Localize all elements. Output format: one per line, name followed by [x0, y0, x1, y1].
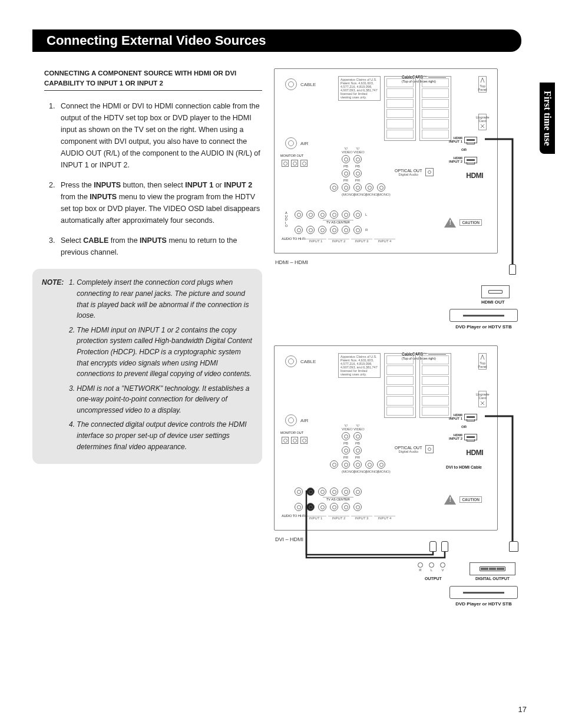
rca-v-icon [440, 562, 445, 568]
dvi-connector-icon [509, 541, 518, 552]
hdmi-logo: HDMI [466, 172, 483, 180]
jack-icon [318, 210, 326, 219]
jack-icon [377, 183, 385, 192]
upgrade-card-tab: Upgrade Card [478, 114, 487, 130]
rca-l-icon [429, 562, 434, 568]
jack-icon [330, 183, 338, 192]
page-number: 17 [518, 705, 527, 714]
steps-list: Connect the HDMI or DVI to HDMI connecti… [44, 100, 262, 258]
input3-label: INPUT 3 [351, 239, 372, 243]
jack-icon [342, 169, 350, 177]
jack-icon [295, 210, 303, 219]
note-4: The connected digital output device cont… [77, 419, 253, 452]
jack-icon [377, 460, 385, 469]
cable-coax-icon [285, 355, 297, 367]
hdmi-connector-icon [509, 264, 516, 275]
caution-label: CAUTION [459, 219, 482, 226]
output-label: OUTPUT [425, 577, 442, 581]
cablecard-slot2-icon [419, 353, 451, 418]
rca-r-icon [418, 562, 423, 568]
cablecard-slot-icon [384, 76, 416, 141]
jack-icon [342, 446, 350, 454]
jack-icon [306, 210, 315, 219]
jack-icon [342, 432, 350, 440]
svideo-jack-icon [300, 160, 308, 167]
step-1: Connect the HDMI or DVI to HDMI connecti… [57, 100, 262, 171]
note-2: The HDMI input on INPUT 1 or 2 contains … [77, 325, 253, 380]
patent-text: Apparatus Claims of U.S. Patent Nos. 4,6… [338, 353, 381, 378]
jack-r-icon [306, 503, 315, 511]
jack-icon [353, 432, 362, 440]
hdmi-port1-icon [464, 137, 477, 143]
jack-icon [353, 460, 362, 469]
or-label: OR [461, 148, 467, 151]
air-coax-icon [285, 414, 297, 426]
svideo-jack-icon [300, 437, 308, 444]
jack-icon [295, 487, 303, 496]
jack-icon [295, 503, 303, 511]
page-title: Connecting External Video Sources [32, 29, 521, 52]
jack-icon [306, 226, 315, 234]
dvd-player-label: DVD Player or HDTV STB [449, 324, 518, 330]
svideo-jack-icon [282, 160, 289, 167]
left-column: CONNECTING A COMPONENT SOURCE WITH HDMI … [44, 68, 262, 640]
side-tab-title: First time use [540, 83, 555, 154]
section-heading: CONNECTING A COMPONENT SOURCE WITH HDMI … [44, 68, 262, 91]
optical-out-label: OPTICAL OUT [395, 169, 422, 173]
jack-icon [330, 460, 338, 469]
step-3: Select CABLE from the INPUTS menu to ret… [57, 235, 262, 258]
note-3: HDMI is not a "NETWORK" technology. It e… [77, 383, 253, 416]
notes-list: Completely insert the connection cord pl… [66, 277, 253, 456]
jack-l-icon [306, 487, 315, 496]
tv-center-label: TV AS CENTER [323, 220, 353, 224]
jack-icon [353, 487, 362, 496]
note-1: Completely insert the connection cord pl… [77, 277, 253, 321]
jack-icon [342, 210, 350, 219]
hdmi-port2-icon [464, 434, 477, 440]
diagram1-caption: HDMI – HDMI [275, 259, 308, 265]
top-panel-tab: Top Panel [478, 353, 487, 370]
jack-icon [342, 503, 350, 511]
right-column: CABLE Apparatus Claims of U.S. Patent No… [274, 68, 530, 640]
jack-icon [330, 503, 338, 511]
jack-icon [365, 460, 373, 469]
digital-audio-label: Digital Audio [395, 173, 422, 176]
jack-icon [342, 487, 350, 496]
dvd-player-label: DVD Player or HDTV STB [449, 601, 518, 607]
jack-icon [295, 226, 303, 234]
input1-label: INPUT 1 [305, 239, 326, 243]
svideo-jack-icon [291, 437, 298, 444]
rca-connector-icon [429, 541, 437, 552]
jack-icon [353, 503, 362, 511]
jack-icon [353, 169, 362, 177]
hdmi-port1-icon [464, 414, 477, 420]
monitor-out-label: MONITOR OUT [280, 154, 303, 157]
input2-label: INPUT 2 [328, 239, 349, 243]
jack-icon [353, 155, 362, 163]
rca-connector-icon [441, 541, 448, 552]
jack-icon [353, 446, 362, 454]
optical-jack-icon [425, 445, 434, 453]
diagram-hdmi: CABLE Apparatus Claims of U.S. Patent No… [274, 68, 530, 340]
diagram2-caption: DVI – HDMI [275, 536, 303, 542]
upgrade-card-tab: Upgrade Card [478, 391, 487, 407]
dvd-player-icon [449, 309, 518, 322]
jack-icon [342, 183, 350, 192]
hdmi-input1-label: HDMI INPUT 1 [445, 136, 462, 143]
diagram-dvi: CABLE Apparatus Claims of U.S. Patent No… [274, 345, 530, 640]
jack-icon [342, 460, 350, 469]
jack-icon [330, 210, 338, 219]
warning-icon: ! [444, 495, 456, 505]
hdmi-input2-label: HDMI INPUT 2 [445, 156, 462, 163]
optical-jack-icon [425, 168, 434, 176]
digital-output-box [470, 562, 515, 575]
dvd-player-icon [449, 586, 518, 599]
digital-output-label: DIGITAL OUTPUT [470, 577, 515, 581]
hdmi-out-box [481, 285, 510, 298]
jack-icon [365, 183, 373, 192]
air-coax-icon [285, 137, 297, 149]
jack-icon [318, 487, 326, 496]
hdmi-port2-icon [464, 157, 477, 163]
svideo-jack-icon [282, 437, 289, 444]
jack-icon [342, 155, 350, 163]
